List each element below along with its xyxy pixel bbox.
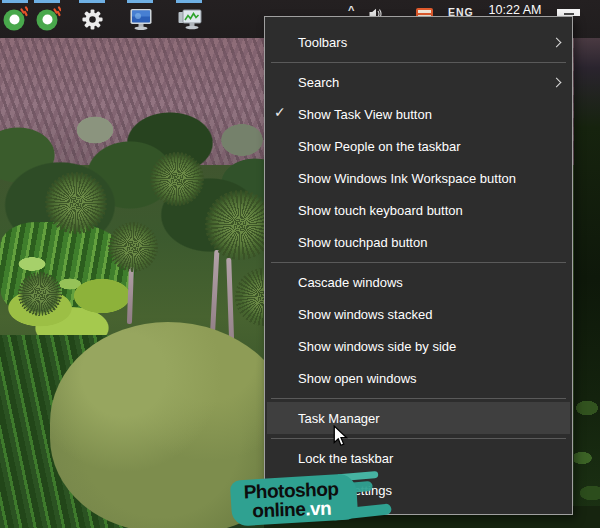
taskbar-button-resource-monitor[interactable] <box>175 0 205 38</box>
menu-item-label: Cascade windows <box>298 275 403 290</box>
menu-separator <box>265 258 572 266</box>
menu-item-label: Search <box>298 75 339 90</box>
menu-item-label: Show People on the taskbar <box>298 139 461 154</box>
gear-icon <box>81 8 104 35</box>
menu-item-label: Show open windows <box>298 371 417 386</box>
chevron-right-icon <box>552 77 562 87</box>
taskbar-button-coccoc-2[interactable] <box>33 0 63 38</box>
window-fragment <box>557 9 580 16</box>
menu-item-task-manager[interactable]: Task Manager <box>267 402 570 434</box>
chevron-right-icon <box>552 37 562 47</box>
wallpaper-layer <box>574 38 600 528</box>
screen: ^ ENG 10:22 AM Toolbars Search ✓ Show Ta… <box>0 0 600 528</box>
menu-item-search[interactable]: Search <box>265 66 572 98</box>
menu-separator <box>265 434 572 442</box>
coccoc-icon <box>2 6 28 36</box>
menu-item-cascade-windows[interactable]: Cascade windows <box>265 266 572 298</box>
wallpaper-layer <box>108 222 158 272</box>
menu-item-toolbars[interactable]: Toolbars <box>265 26 572 58</box>
taskbar-button-settings[interactable] <box>78 0 108 38</box>
menu-item-label: Show windows stacked <box>298 307 432 322</box>
menu-item-show-windows-stacked[interactable]: Show windows stacked <box>265 298 572 330</box>
menu-item-label: Task Manager <box>298 411 380 426</box>
menu-item-show-windows-side-by-side[interactable]: Show windows side by side <box>265 330 572 362</box>
watermark-brand-tld: .vn <box>305 498 332 520</box>
watermark-brand-line2: online.vn <box>252 498 332 523</box>
menu-item-label: Show touchpad button <box>298 235 427 250</box>
hidden-icons-button[interactable]: ^ <box>348 4 354 16</box>
menu-item-lock-the-taskbar[interactable]: Lock the taskbar <box>265 442 572 474</box>
menu-item-show-people[interactable]: Show People on the taskbar <box>265 130 572 162</box>
menu-item-show-touch-keyboard[interactable]: Show touch keyboard button <box>265 194 572 226</box>
taskbar-clock[interactable]: 10:22 AM <box>486 3 544 17</box>
menu-item-label: Show Windows Ink Workspace button <box>298 171 516 186</box>
coccoc-icon <box>35 6 61 36</box>
menu-item-show-open-windows[interactable]: Show open windows <box>265 362 572 394</box>
menu-item-label: Show windows side by side <box>298 339 456 354</box>
monitor-icon <box>128 6 154 36</box>
checkmark-icon: ✓ <box>274 104 294 120</box>
menu-item-show-task-view-button[interactable]: ✓ Show Task View button <box>265 98 572 130</box>
taskbar-button-coccoc[interactable] <box>0 0 30 38</box>
mouse-cursor <box>333 425 349 452</box>
watermark: Photoshop online.vn <box>230 469 407 528</box>
menu-item-label: Show Task View button <box>298 107 432 122</box>
wallpaper-layer <box>18 272 62 316</box>
taskbar-button-computer-management[interactable] <box>126 0 156 38</box>
menu-item-label: Lock the taskbar <box>298 451 393 466</box>
menu-separator <box>265 394 572 402</box>
menu-item-label: Show touch keyboard button <box>298 203 463 218</box>
menu-separator <box>265 58 572 66</box>
wallpaper-layer <box>150 152 204 206</box>
taskbar-context-menu: Toolbars Search ✓ Show Task View button … <box>264 16 573 515</box>
wallpaper-layer <box>45 172 107 234</box>
menu-item-show-windows-ink-workspace[interactable]: Show Windows Ink Workspace button <box>265 162 572 194</box>
watermark-brand-line2-text: online <box>252 498 306 521</box>
menu-item-label: Toolbars <box>298 35 347 50</box>
performance-monitor-icon <box>177 7 203 37</box>
menu-item-show-touchpad[interactable]: Show touchpad button <box>265 226 572 258</box>
